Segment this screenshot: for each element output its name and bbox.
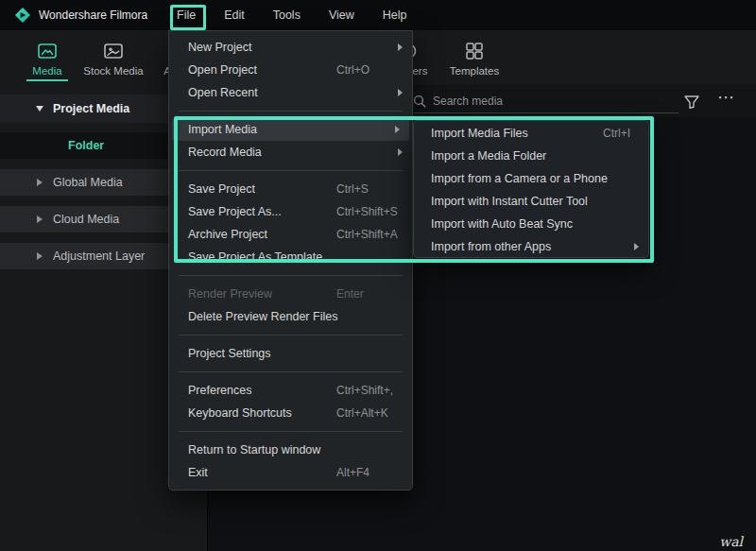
sidebar-section-label: Project Media [53,102,129,115]
menu-item-label: Open Project [188,63,257,77]
menu-item-label: Import with Auto Beat Sync [431,217,573,231]
menu-item-label: Import from other Apps [431,240,551,253]
submenu-arrow-icon [398,89,403,96]
menu-item-open-recent[interactable]: Open Recent [169,81,412,104]
menu-item-shortcut: Ctrl+O [336,59,369,81]
app-window: Wondershare Filmora FileEditToolsViewHel… [0,0,756,551]
sidebar-item-label: Cloud Media [53,213,119,226]
submenu-arrow-icon [634,243,639,250]
menu-item-new-project[interactable]: New Project [169,36,412,59]
menu-item-label: Keyboard Shortcuts [188,406,292,420]
menu-item-label: Exit [188,466,208,479]
menu-item-save-project[interactable]: Save ProjectCtrl+S [169,178,412,200]
menu-item-label: Import with Instant Cutter Tool [431,195,588,208]
menu-item-label: Archive Project [188,228,267,241]
menu-item-label: Save Project [188,182,255,196]
menu-separator [179,335,403,336]
submenu-arrow-icon [395,126,400,133]
menu-item-label: Open Recent [188,86,258,99]
menu-item-record-media[interactable]: Record Media [169,141,412,164]
menu-file[interactable]: File [163,0,210,30]
menu-item-shortcut: Ctrl+Shift+A [336,223,398,246]
menu-item-keyboard-shortcuts[interactable]: Keyboard ShortcutsCtrl+Alt+K [169,402,412,424]
tab-templates[interactable]: Templates [432,35,517,82]
menu-item-label: Import Media Files [431,127,528,140]
more-options-button[interactable]: ⋯ [717,87,735,108]
menu-item-label: Import from a Camera or a Phone [431,172,608,185]
menu-item-archive-project[interactable]: Archive ProjectCtrl+Shift+A [169,223,412,246]
menu-item-label: Import Media [188,123,257,136]
menu-item-shortcut: Alt+F4 [336,461,369,484]
menu-item-label: Save Project As... [188,205,282,218]
menu-item-label: Preferences [188,384,251,397]
menu-item-label: Import a Media Folder [431,149,546,163]
menu-item-import-with-instant-cutter-tool[interactable]: Import with Instant Cutter Tool [414,190,648,213]
menu-view[interactable]: View [315,0,369,30]
menu-item-render-preview: Render PreviewEnter [169,283,412,305]
search-input[interactable] [406,89,679,113]
menu-tools[interactable]: Tools [259,0,315,30]
templates-icon [466,42,483,60]
app-title: Wondershare Filmora [39,9,147,22]
menu-edit[interactable]: Edit [210,0,259,30]
menu-item-shortcut: Enter [336,283,364,305]
menubar: Wondershare Filmora FileEditToolsViewHel… [0,0,756,30]
chevron-down-icon [36,106,43,112]
chevron-right-icon [37,252,43,260]
menu-item-shortcut: Ctrl+S [336,178,369,200]
menu-item-label: Record Media [188,146,262,159]
sidebar-item-label: Global Media [53,176,123,189]
sidebar-item-label: Adjustment Layer [53,250,145,263]
stock-media-icon [104,42,123,60]
menu-item-import-media[interactable]: Import Media [172,118,409,141]
menu-item-project-settings[interactable]: Project Settings [169,342,412,365]
menu-item-label: Delete Preview Render Files [188,310,337,323]
menu-item-import-with-auto-beat-sync[interactable]: Import with Auto Beat Sync [414,213,648,235]
menu-separator [179,275,403,276]
filmora-logo-icon [15,8,30,23]
menu-item-shortcut: Ctrl+Shift+, [336,379,393,402]
menu-item-label: Project Settings [188,347,271,360]
filter-icon[interactable] [684,95,699,109]
menu-item-shortcut: Ctrl+Shift+S [336,200,398,223]
menu-item-shortcut: Ctrl+Alt+K [336,402,388,424]
menu-item-import-from-a-camera-or-a-phone[interactable]: Import from a Camera or a Phone [414,167,648,190]
import-media-submenu: Import Media FilesCtrl+IImport a Media F… [413,120,649,258]
media-icon [38,42,57,60]
menu-help[interactable]: Help [369,0,421,30]
submenu-arrow-icon [398,148,403,156]
tab-label: Media [32,65,61,77]
menu-item-exit[interactable]: ExitAlt+F4 [169,461,412,484]
menu-item-import-media-files[interactable]: Import Media FilesCtrl+I [414,122,648,145]
menu-separator [179,111,403,112]
menu-separator [179,431,403,432]
menu-item-shortcut: Ctrl+I [603,122,630,145]
menu-item-import-a-media-folder[interactable]: Import a Media Folder [414,145,648,167]
folder-label: Folder [68,139,104,152]
menu-item-delete-preview-render-files[interactable]: Delete Preview Render Files [169,305,412,328]
menu-item-import-from-other-apps[interactable]: Import from other Apps [414,235,648,258]
menu-item-preferences[interactable]: PreferencesCtrl+Shift+, [169,379,412,402]
menu-item-save-project-as-template[interactable]: Save Project As Template [169,246,412,268]
menu-item-label: Return to Startup window [188,443,320,456]
watermark: wal [719,534,743,549]
submenu-arrow-icon [398,43,403,51]
active-tab-underline [26,79,68,81]
file-menu: New ProjectOpen ProjectCtrl+OOpen Recent… [168,30,413,491]
menu-separator [179,371,403,372]
menu-item-open-project[interactable]: Open ProjectCtrl+O [169,59,412,81]
menu-item-label: Render Preview [188,287,272,301]
menu-item-save-project-as[interactable]: Save Project As...Ctrl+Shift+S [169,200,412,223]
menu-item-label: Save Project As Template [188,246,412,259]
menu-item-return-to-startup-window[interactable]: Return to Startup window [169,439,412,461]
tab-label: Templates [450,65,499,77]
menu-item-label: New Project [188,41,251,54]
chevron-right-icon [37,215,43,223]
search-field [406,89,679,113]
menubar-items: FileEditToolsViewHelp [163,0,421,30]
chevron-right-icon [37,179,43,186]
menu-separator [179,170,403,171]
